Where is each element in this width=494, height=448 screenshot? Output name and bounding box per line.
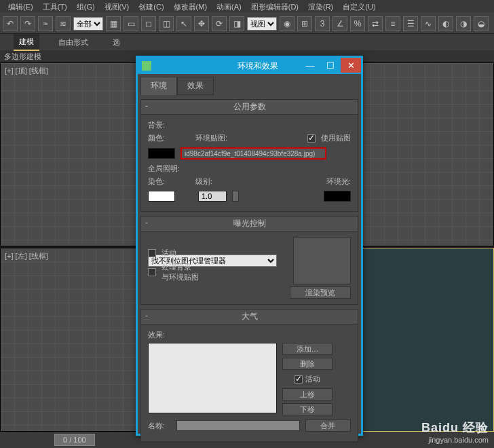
- menu-rendering[interactable]: 渲染(R): [304, 1, 337, 14]
- selectname-icon[interactable]: ▭: [124, 16, 138, 31]
- undo-icon[interactable]: ↶: [3, 16, 18, 31]
- name-input[interactable]: [176, 420, 300, 431]
- tab-effects[interactable]: 效果: [177, 77, 214, 95]
- menu-modifiers[interactable]: 修改器(M): [170, 1, 212, 14]
- axis-gizmo-icon: [7, 212, 35, 239]
- ribbon-bar: 建模 自由形式 选: [0, 34, 494, 50]
- usemap-label: 使用贴图: [321, 133, 351, 143]
- collapse-icon[interactable]: -: [145, 218, 148, 227]
- movedown-button[interactable]: 下移: [282, 403, 332, 415]
- collapse-icon[interactable]: -: [145, 101, 148, 111]
- watermark: Baidu 经验 jingyan.baidu.com: [421, 419, 489, 444]
- watermark-brand: Baidu 经验: [421, 419, 489, 436]
- dialog-tabs: 环境 效果: [140, 77, 358, 95]
- maximize-button[interactable]: ☐: [320, 58, 341, 73]
- merge-button[interactable]: 合并: [305, 419, 351, 432]
- rollup-common-params: - 公用参数 背景: 颜色: 环境贴图: 使用贴图 id98c2af14cf9e…: [140, 99, 358, 212]
- scale-icon[interactable]: ◨: [229, 16, 244, 31]
- atmo-active-label: 活动: [305, 374, 320, 384]
- rollup-header[interactable]: - 曝光控制: [141, 217, 358, 231]
- menu-view[interactable]: 视图(V): [100, 1, 134, 14]
- dialog-titlebar[interactable]: 环境和效果 — ☐ ✕: [138, 58, 361, 74]
- render-preview-button[interactable]: 渲染预览: [290, 286, 351, 299]
- level-spinner[interactable]: 1.0: [198, 191, 227, 202]
- layer-icon[interactable]: ☰: [403, 16, 418, 31]
- rectselect-icon[interactable]: ◻: [141, 16, 156, 31]
- menu-grapheditors[interactable]: 图形编辑器(D): [247, 1, 303, 14]
- exposure-preview: [293, 237, 351, 284]
- redo-icon[interactable]: ↷: [20, 16, 35, 31]
- pivot-icon[interactable]: ◉: [280, 16, 294, 31]
- selection-filter[interactable]: 全部: [73, 17, 103, 31]
- tint-swatch[interactable]: [148, 191, 175, 202]
- moveup-button[interactable]: 上移: [282, 388, 332, 400]
- bg-color-swatch[interactable]: [148, 148, 175, 159]
- usemap-checkbox[interactable]: [307, 134, 316, 143]
- close-button[interactable]: ✕: [341, 58, 361, 73]
- unlink-icon[interactable]: ≋: [56, 16, 71, 31]
- window-icon[interactable]: ◫: [159, 16, 174, 31]
- tab-environment[interactable]: 环境: [140, 77, 177, 95]
- select-icon[interactable]: ↖: [176, 16, 191, 31]
- name-label: 名称:: [148, 421, 171, 431]
- delete-button[interactable]: 删除: [282, 358, 332, 370]
- processbg-label: 处理背景 与环境贴图: [162, 262, 199, 282]
- global-illum-label: 全局照明:: [148, 164, 351, 174]
- refcoord-dropdown[interactable]: 视图: [247, 17, 277, 31]
- processbg-checkbox[interactable]: [148, 268, 156, 276]
- effects-listbox[interactable]: [148, 343, 277, 413]
- rendersetup-icon[interactable]: ◒: [474, 16, 489, 31]
- environment-effects-dialog: 环境和效果 — ☐ ✕ 环境 效果 - 公用参数 背景: 颜色: 环境贴图:: [136, 56, 363, 436]
- background-label: 背景:: [148, 120, 351, 130]
- render-icon[interactable]: ◑: [456, 16, 471, 31]
- collapse-icon[interactable]: -: [145, 311, 148, 320]
- rollup-header[interactable]: - 大气: [141, 310, 358, 324]
- atmo-active-checkbox[interactable]: [294, 375, 303, 384]
- viewport-label[interactable]: [+] [顶] [线框]: [5, 66, 48, 76]
- menu-tools[interactable]: 工具(T): [39, 1, 71, 14]
- tint-label: 染色:: [148, 176, 171, 187]
- menu-customize[interactable]: 自定义(U): [339, 1, 379, 14]
- rollup-header[interactable]: - 公用参数: [141, 100, 358, 115]
- watermark-url: jingyan.baidu.com: [421, 436, 489, 444]
- menu-group[interactable]: 组(G): [73, 1, 99, 14]
- move-icon[interactable]: ✥: [194, 16, 209, 31]
- align-icon[interactable]: ≡: [385, 16, 400, 31]
- percentsnap-icon[interactable]: %: [350, 16, 365, 31]
- frame-indicator[interactable]: 0 / 100: [54, 434, 95, 446]
- rotate-icon[interactable]: ⟳: [212, 16, 227, 31]
- exposure-active-label: 活动: [162, 248, 176, 258]
- rollup-exposure: - 曝光控制 找不到位图代理管理器 活动 处理背景 与环境贴图: [140, 216, 358, 305]
- anglesnap-icon[interactable]: ∠: [332, 16, 347, 31]
- menu-create[interactable]: 创建(C): [134, 1, 168, 14]
- exposure-active-checkbox[interactable]: [148, 249, 156, 257]
- ambient-swatch[interactable]: [324, 191, 351, 202]
- level-label: 级别:: [195, 176, 212, 187]
- color-label: 颜色:: [148, 133, 171, 143]
- main-toolbar: ↶ ↷ ≈ ≋ 全部 ▦ ▭ ◻ ◫ ↖ ✥ ⟳ ◨ 视图 ◉ ⊞ 3 ∠ % …: [0, 14, 494, 34]
- snap-icon[interactable]: 3: [315, 16, 330, 31]
- minimize-button[interactable]: —: [300, 58, 320, 73]
- rollup-atmosphere: - 大气 效果: 添加… 删除 活动 上移 下移: [140, 309, 358, 442]
- dialog-icon: [142, 61, 151, 71]
- effects-label: 效果:: [148, 330, 351, 340]
- env-map-button[interactable]: id98c2af14cf9e_t01408494c93bfe328a.jpg): [180, 147, 326, 160]
- menu-bar: 编辑(E) 工具(T) 组(G) 视图(V) 创建(C) 修改器(M) 动画(A…: [0, 0, 494, 14]
- menu-animation[interactable]: 动画(A): [212, 1, 246, 14]
- envmap-label: 环境贴图:: [195, 133, 227, 143]
- ambient-label: 环境光:: [326, 176, 351, 187]
- selectobj-icon[interactable]: ▦: [106, 16, 121, 31]
- mirror-icon[interactable]: ⇄: [368, 16, 383, 31]
- menu-edit[interactable]: 编辑(E): [4, 1, 37, 14]
- add-button[interactable]: 添加…: [282, 343, 332, 355]
- viewport-label[interactable]: [+] [左] [线框]: [5, 251, 48, 261]
- ribbon-tab-model[interactable]: 建模: [14, 34, 39, 51]
- ribbon-tab-select[interactable]: 选: [107, 35, 126, 50]
- link-icon[interactable]: ≈: [38, 16, 53, 31]
- curve-icon[interactable]: ∿: [421, 16, 436, 31]
- manip-icon[interactable]: ⊞: [297, 16, 312, 31]
- matedit-icon[interactable]: ◐: [438, 16, 453, 31]
- ribbon-tab-freeform[interactable]: 自由形式: [53, 35, 94, 50]
- spinner-up-icon[interactable]: [232, 191, 239, 202]
